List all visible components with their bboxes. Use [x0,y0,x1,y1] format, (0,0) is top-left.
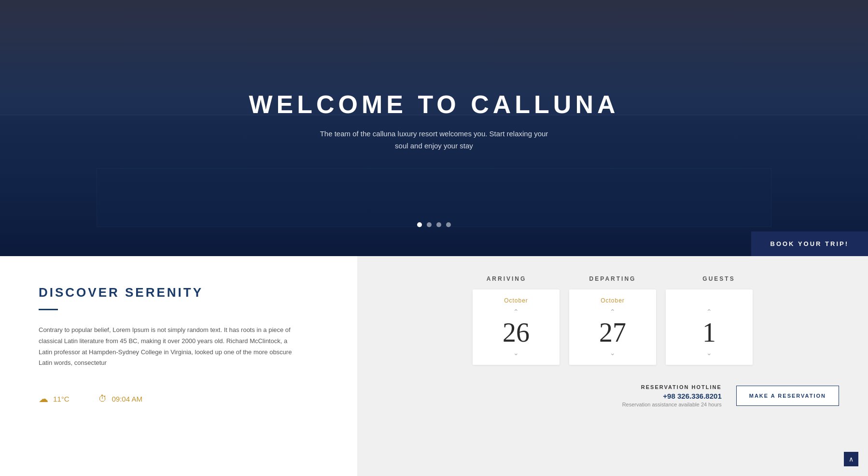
discover-title: DISCOVER SERENITY [39,285,319,300]
guests-label: GUESTS [675,275,762,282]
info-row: ☁ 11°C ⏱ 09:04 AM [39,393,319,404]
hotline-label: RESERVATION HOTLINE [622,384,722,390]
slide-dots [417,222,451,227]
guests-spacer [708,297,710,304]
weather-item: ☁ 11°C [39,393,70,404]
slide-dot-2[interactable] [427,222,432,227]
hotline-number: +98 326.336.8201 [622,392,722,400]
departing-month: October [601,297,625,304]
weather-value: 11°C [53,395,70,403]
departing-day: 27 [599,319,626,346]
clock-icon: ⏱ [98,394,107,404]
title-underline [39,309,58,310]
arriving-up-chevron[interactable]: ⌃ [513,308,519,316]
hero-subtitle: The team of the calluna luxury resort we… [313,128,555,152]
booking-header: ARRIVING DEPARTING GUESTS [386,275,839,282]
arriving-card: October ⌃ 26 ⌄ [473,289,560,365]
departing-label: DEPARTING [569,275,656,282]
make-reservation-button[interactable]: MAKE A RESERVATION [736,386,839,406]
hero-content: WELCOME TO CALLUNA The team of the callu… [249,90,619,152]
hotline-note: Reservation assistance available 24 hour… [622,402,722,407]
right-panel: ARRIVING DEPARTING GUESTS October ⌃ 26 ⌄… [357,256,868,476]
discover-body: Contrary to popular belief, Lorem Ipsum … [39,325,299,369]
hotline-section: RESERVATION HOTLINE +98 326.336.8201 Res… [386,384,839,407]
bottom-section: DISCOVER SERENITY Contrary to popular be… [0,256,868,476]
arriving-month: October [504,297,528,304]
hotline-info: RESERVATION HOTLINE +98 326.336.8201 Res… [622,384,722,407]
guests-card: ⌃ 1 ⌄ [666,289,753,365]
departing-down-chevron[interactable]: ⌄ [610,349,616,357]
guests-up-chevron[interactable]: ⌃ [706,308,712,316]
arriving-down-chevron[interactable]: ⌄ [513,349,519,357]
time-value: 09:04 AM [112,395,142,403]
departing-card: October ⌃ 27 ⌄ [569,289,656,365]
slide-dot-3[interactable] [436,222,441,227]
hero-section: WELCOME TO CALLUNA The team of the callu… [0,0,868,256]
arriving-day: 26 [503,319,530,346]
slide-dot-4[interactable] [446,222,451,227]
slide-dot-1[interactable] [417,222,422,227]
scroll-top-button[interactable]: ∧ [844,452,858,466]
arriving-label: ARRIVING [463,275,550,282]
departing-up-chevron[interactable]: ⌃ [610,308,616,316]
hero-title: WELCOME TO CALLUNA [249,90,619,119]
left-panel: DISCOVER SERENITY Contrary to popular be… [0,256,357,476]
guests-down-chevron[interactable]: ⌄ [706,349,712,357]
cloud-icon: ☁ [39,393,48,404]
guests-count: 1 [702,319,716,346]
book-trip-button[interactable]: BOOK YOUR TRIP! [751,231,868,256]
booking-cards: October ⌃ 26 ⌄ October ⌃ 27 ⌄ ⌃ 1 ⌄ [473,289,753,365]
time-item: ⏱ 09:04 AM [98,394,142,404]
